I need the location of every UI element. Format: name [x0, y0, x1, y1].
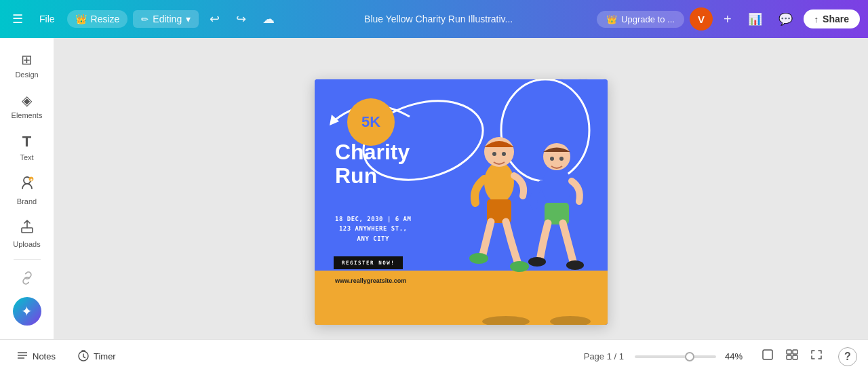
link-icon	[20, 271, 35, 289]
sidebar-divider	[14, 259, 41, 260]
zoom-slider[interactable]	[635, 355, 716, 358]
page-indicator: Page 1 / 1	[584, 351, 624, 361]
sidebar-item-link[interactable]	[4, 265, 50, 294]
svg-rect-31	[787, 355, 791, 359]
pencil-icon: ✏	[141, 14, 149, 24]
crown-icon: 👑	[75, 14, 87, 24]
analytics-icon[interactable]: 📊	[743, 8, 768, 31]
elements-icon: ◈	[22, 92, 32, 109]
zoom-slider-area: 44%	[635, 351, 746, 361]
design-canvas[interactable]: 5K Charity Run 18 DEC, 2030 | 6 AM 123 A…	[315, 79, 608, 325]
svg-point-7	[484, 162, 514, 203]
sidebar-item-elements[interactable]: ◈ Elements	[4, 87, 50, 125]
grid-view-icon[interactable]	[781, 346, 803, 367]
canvas-area[interactable]: 🔒 ⧉ + 5K	[54, 38, 868, 339]
design-icon: ⊞	[21, 52, 33, 68]
view-options	[757, 346, 827, 367]
share-button[interactable]: ↑ Share	[804, 9, 860, 28]
fullscreen-icon[interactable]	[806, 346, 827, 367]
timer-icon	[77, 349, 90, 364]
add-collaborator-button[interactable]: +	[718, 9, 737, 30]
svg-point-22	[550, 316, 591, 325]
crown-upgrade-icon: 👑	[606, 14, 617, 24]
svg-point-18	[566, 260, 584, 270]
comments-icon[interactable]: 💬	[773, 8, 798, 31]
svg-point-12	[492, 152, 496, 156]
svg-rect-30	[793, 350, 797, 354]
uploads-icon	[20, 219, 35, 237]
upgrade-button[interactable]: 👑 Upgrade to ...	[597, 11, 684, 28]
undo-button[interactable]: ↩	[204, 7, 225, 31]
share-icon: ↑	[814, 14, 819, 24]
svg-point-10	[469, 253, 488, 264]
editing-mode-button[interactable]: ✏ Editing ▾	[133, 10, 199, 28]
canvas-runners	[445, 94, 608, 325]
bottombar: Notes Timer Page 1 / 1 44%	[0, 339, 868, 373]
document-title: Blue Yellow Charity Run Illustrativ...	[285, 14, 591, 24]
sidebar-item-uploads[interactable]: Uploads	[4, 214, 50, 254]
zoom-level: 44%	[722, 351, 746, 361]
single-page-view-icon[interactable]	[757, 346, 778, 367]
magic-icon: ✦	[21, 303, 33, 319]
redo-button[interactable]: ↪	[231, 7, 252, 31]
help-button[interactable]: ?	[838, 347, 857, 366]
svg-point-20	[559, 157, 564, 161]
sidebar-item-text[interactable]: T Text	[4, 127, 50, 167]
svg-point-21	[482, 316, 530, 325]
canvas-main-text: Charity Run	[335, 140, 410, 188]
svg-point-14	[542, 167, 572, 205]
file-button[interactable]: File	[33, 9, 62, 28]
canvas-details: 18 DEC, 2030 | 6 AM 123 ANYWHERE ST., AN…	[335, 214, 411, 243]
user-avatar[interactable]: V	[690, 7, 713, 31]
svg-rect-32	[793, 355, 797, 359]
zoom-thumb[interactable]	[685, 352, 694, 361]
svg-point-19	[550, 157, 554, 161]
svg-point-13	[502, 152, 506, 156]
svg-rect-28	[763, 350, 772, 359]
sidebar-item-design[interactable]: ⊞ Design	[4, 46, 50, 84]
svg-point-17	[528, 257, 546, 267]
canvas-5k-badge: 5K	[347, 98, 395, 146]
svg-rect-29	[787, 350, 791, 354]
canvas-website: www.reallygreatsite.com	[335, 277, 406, 284]
sidebar-item-brand[interactable]: ★ Brand	[4, 170, 50, 211]
svg-rect-3	[22, 228, 33, 233]
magic-button[interactable]: ✦	[13, 297, 41, 326]
topbar: ☰ File 👑 Resize ✏ Editing ▾ ↩ ↪ ☁ Blue Y…	[0, 0, 868, 38]
brand-icon: ★	[19, 175, 35, 195]
resize-button[interactable]: 👑 Resize	[67, 10, 128, 28]
cloud-save-icon: ☁	[257, 7, 280, 31]
text-icon: T	[22, 133, 31, 151]
main-area: ⊞ Design ◈ Elements T Text ★ Brand	[0, 38, 868, 339]
notes-button[interactable]: Notes	[11, 347, 61, 366]
svg-point-11	[510, 261, 529, 272]
menu-icon[interactable]: ☰	[8, 7, 27, 31]
svg-point-15	[543, 143, 570, 170]
left-sidebar: ⊞ Design ◈ Elements T Text ★ Brand	[0, 38, 54, 339]
timer-button[interactable]: Timer	[72, 346, 121, 367]
canvas-register-button: REGISTER NOW!	[334, 256, 403, 269]
notes-icon	[16, 350, 28, 363]
